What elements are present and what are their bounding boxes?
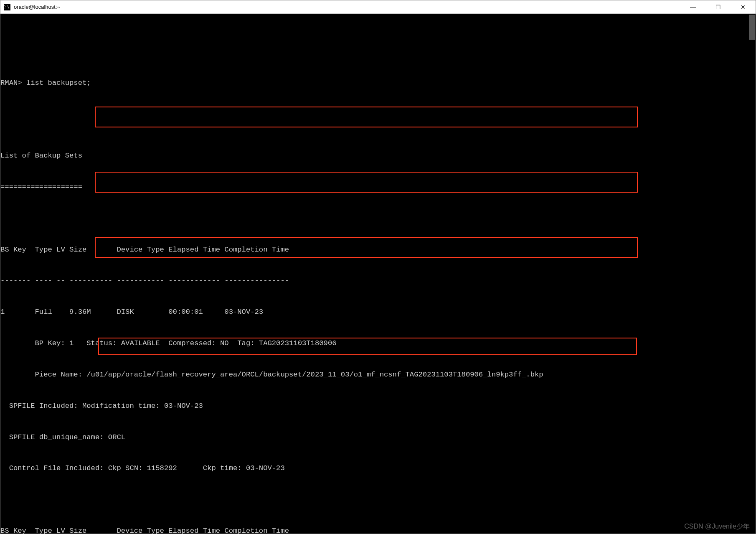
rman-command: RMAN> list backupset; [0, 78, 756, 89]
window-controls: — ☐ ✕ [680, 0, 756, 14]
column-header: BS Key Type LV Size Device Type Elapsed … [0, 245, 756, 255]
column-header: BS Key Type LV Size Device Type Elapsed … [0, 526, 756, 534]
terminal-body[interactable]: RMAN> list backupset; List of Backup Set… [0, 14, 756, 534]
terminal-icon: C:\_ [4, 4, 10, 10]
list-header: List of Backup Sets [0, 151, 756, 161]
bp-key-line: BP Key: 1 Status: AVAILABLE Compressed: … [0, 338, 756, 349]
close-button[interactable]: ✕ [731, 0, 756, 14]
maximize-button[interactable]: ☐ [705, 0, 731, 14]
scrollbar-thumb[interactable] [749, 15, 755, 40]
piece-name-line: Piece Name: /u01/app/oracle/flash_recove… [0, 370, 756, 380]
controlfile-line: Control File Included: Ckp SCN: 1158292 … [0, 463, 756, 474]
terminal-window: C:\_ oracle@localhost:~ — ☐ ✕ RMAN> list… [0, 0, 756, 534]
window-title: oracle@localhost:~ [14, 4, 60, 10]
titlebar[interactable]: C:\_ oracle@localhost:~ — ☐ ✕ [0, 0, 756, 14]
column-separator: ------- ---- -- ---------- ----------- -… [0, 276, 756, 286]
spfile-line: SPFILE Included: Modification time: 03-N… [0, 401, 756, 412]
list-separator: =================== [0, 182, 756, 193]
watermark: CSDN @Juvenile少年 [684, 521, 750, 531]
spfile-line: SPFILE db_unique_name: ORCL [0, 432, 756, 443]
highlight-box [95, 107, 638, 127]
minimize-button[interactable]: — [680, 0, 705, 14]
backupset-row: 1 Full 9.36M DISK 00:00:01 03-NOV-23 [0, 307, 756, 318]
